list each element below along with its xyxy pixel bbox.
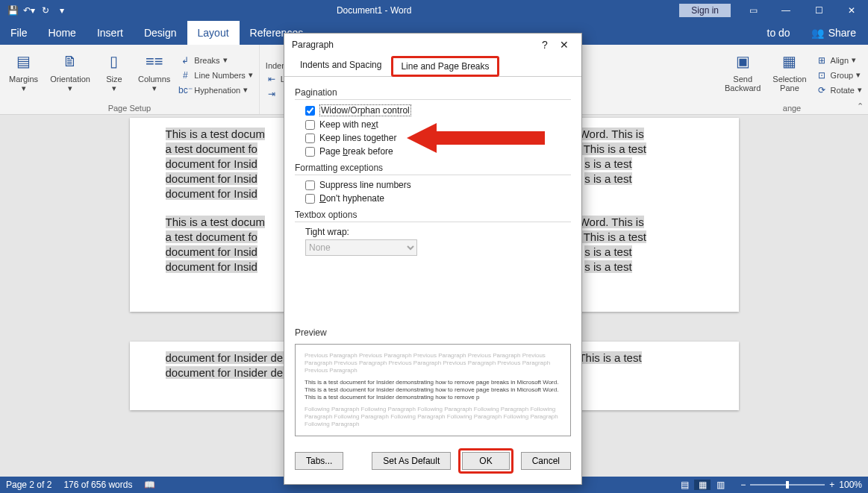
quick-access-toolbar: 💾 ↶▾ ↻ ▾ [0, 5, 69, 16]
tab-line-page-breaks[interactable]: Line and Page Breaks [391, 56, 499, 77]
doc-text: d. This is a test [571, 230, 646, 243]
doc-text: s is a test [584, 245, 631, 258]
dialog-help-icon[interactable]: ? [535, 39, 555, 51]
close-icon[interactable]: ✕ [835, 0, 868, 21]
share-label: Share [828, 27, 856, 39]
zoom-out-icon[interactable]: − [740, 480, 746, 490]
ribbon-group-label-arrange: ange [720, 102, 864, 113]
tabs-button[interactable]: Tabs... [295, 452, 343, 470]
ok-button[interactable]: OK [462, 452, 509, 470]
section-textbox-options: Textbox options [295, 205, 571, 223]
indent-right-icon: ⇥ [266, 88, 278, 100]
sign-in-button[interactable]: Sign in [679, 4, 731, 17]
tab-indents-spacing[interactable]: Indents and Spacing [292, 56, 390, 77]
web-layout-icon[interactable]: ▥ [712, 480, 728, 490]
section-preview: Preview [295, 323, 571, 341]
selection-pane-button[interactable]: ▦Selection Pane [768, 48, 811, 102]
doc-text: s is a test [584, 157, 631, 170]
widow-orphan-checkbox[interactable]: Widow/Orphan control [295, 103, 571, 118]
doc-text: d. This is a test [571, 142, 646, 155]
send-backward-button[interactable]: ▣Send Backward [720, 48, 765, 102]
tab-design[interactable]: Design [134, 21, 187, 45]
redo-icon[interactable]: ↻ [39, 5, 52, 16]
tight-wrap-label: Tight wrap: [305, 227, 571, 237]
preview-box: Previous Paragraph Previous Paragraph Pr… [295, 344, 571, 436]
hyphenation-button[interactable]: bc⁻Hyphenation ▾ [178, 84, 254, 97]
preview-prev-text: Previous Paragraph Previous Paragraph Pr… [305, 352, 561, 374]
dialog-title: Paragraph [292, 40, 535, 50]
doc-text: s is a test [584, 260, 631, 273]
columns-button[interactable]: ≡≡Columns▾ [134, 48, 175, 102]
tab-file[interactable]: File [0, 21, 38, 45]
doc-text: a test document fo [166, 142, 257, 155]
group-button[interactable]: ⊡Group ▾ [814, 69, 864, 82]
tab-home[interactable]: Home [38, 21, 87, 45]
zoom-control: − + 100% [740, 480, 862, 490]
doc-text: This is a test docum [166, 128, 265, 140]
align-button[interactable]: ⊞Align ▾ [814, 54, 864, 67]
ok-highlight: OK [458, 448, 513, 474]
send-backward-icon: ▣ [731, 49, 755, 73]
margins-icon: ▤ [12, 49, 36, 73]
dialog-close-icon[interactable]: ✕ [555, 39, 574, 51]
align-icon: ⊞ [816, 54, 828, 66]
read-mode-icon[interactable]: ▤ [676, 480, 693, 490]
line-numbers-button[interactable]: #Line Numbers ▾ [178, 69, 254, 82]
share-button[interactable]: 👥 Share [799, 27, 868, 39]
doc-text: a test document fo [166, 230, 257, 243]
set-as-default-button[interactable]: Set As Default [372, 452, 451, 470]
ribbon-group-label: Page Setup [4, 102, 255, 113]
size-button[interactable]: ▯Size▾ [98, 48, 131, 102]
tight-wrap-select[interactable]: None [305, 239, 417, 256]
ribbon-display-icon[interactable]: ▭ [737, 0, 769, 21]
page-break-before-checkbox[interactable]: Page break before [295, 145, 571, 158]
tell-me-fragment[interactable]: to do [758, 27, 799, 39]
status-page[interactable]: Page 2 of 2 [6, 480, 51, 490]
zoom-in-icon[interactable]: + [829, 480, 834, 490]
ribbon-group-arrange: ▣Send Backward ▦Selection Pane ⊞Align ▾ … [716, 45, 868, 114]
suppress-line-numbers-checkbox[interactable]: Suppress line numbers [295, 178, 571, 192]
tab-insert[interactable]: Insert [87, 21, 134, 45]
titlebar: 💾 ↶▾ ↻ ▾ Document1 - Word Sign in ▭ — ☐ … [0, 0, 868, 21]
margins-button[interactable]: ▤Margins▾ [4, 48, 43, 102]
window-title: Document1 - Word [69, 5, 679, 16]
keep-lines-together-checkbox[interactable]: Keep lines together [295, 131, 571, 145]
section-pagination: Pagination [295, 83, 571, 101]
save-icon[interactable]: 💾 [6, 5, 19, 16]
status-word-count[interactable]: 176 of 656 words [63, 480, 132, 490]
hyphenation-icon: bc⁻ [179, 84, 191, 96]
maximize-icon[interactable]: ☐ [802, 0, 835, 21]
dont-hyphenate-checkbox[interactable]: Don't hyphenate [295, 192, 571, 205]
doc-text: document for Insid [166, 245, 257, 258]
status-proofing-icon[interactable]: 📖 [144, 480, 155, 490]
preview-next-text: Following Paragraph Following Paragraph … [305, 406, 561, 428]
tab-layout[interactable]: Layout [187, 21, 240, 45]
keep-with-next-checkbox[interactable]: Keep with next [295, 118, 571, 131]
undo-icon[interactable]: ↶▾ [22, 5, 36, 16]
minimize-icon[interactable]: — [769, 0, 802, 21]
columns-icon: ≡≡ [143, 49, 166, 73]
rotate-icon: ⟳ [816, 84, 828, 96]
print-layout-icon[interactable]: ▦ [694, 480, 711, 490]
zoom-slider[interactable] [750, 484, 825, 486]
orientation-button[interactable]: 🗎Orientation▾ [46, 48, 95, 102]
qat-more-icon[interactable]: ▾ [55, 5, 69, 16]
breaks-icon: ↲ [179, 54, 191, 66]
doc-text: document for Insid [166, 157, 257, 170]
dialog-titlebar: Paragraph ? ✕ [284, 34, 581, 56]
cancel-button[interactable]: Cancel [521, 452, 571, 470]
collapse-ribbon-icon[interactable]: ⌃ [857, 101, 864, 111]
orientation-icon: 🗎 [58, 49, 82, 73]
view-buttons: ▤ ▦ ▥ [676, 480, 728, 490]
zoom-level[interactable]: 100% [839, 480, 862, 490]
window-controls: ▭ — ☐ ✕ [737, 0, 868, 21]
breaks-button[interactable]: ↲Breaks ▾ [178, 54, 254, 67]
doc-text: document for Insid [166, 187, 257, 200]
line-numbers-icon: # [179, 69, 191, 81]
share-icon: 👥 [811, 27, 824, 39]
selection-pane-icon: ▦ [778, 49, 802, 73]
section-formatting-exceptions: Formatting exceptions [295, 158, 571, 176]
doc-text: document for Insid [166, 172, 257, 185]
indent-left-icon: ⇤ [266, 73, 278, 85]
rotate-button[interactable]: ⟳Rotate ▾ [814, 84, 864, 97]
